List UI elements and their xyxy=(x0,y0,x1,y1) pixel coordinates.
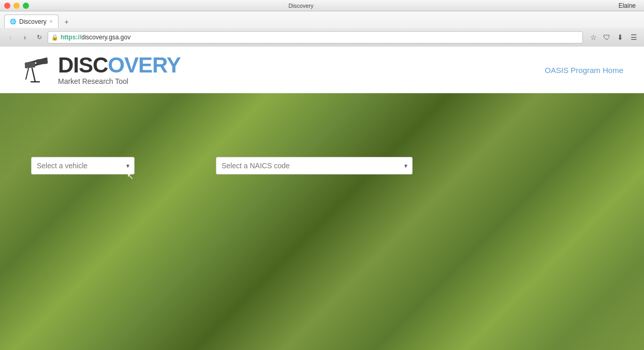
forward-button[interactable]: › xyxy=(19,31,31,43)
mac-titlebar: Discovery Elaine xyxy=(0,0,644,11)
download-button[interactable]: ⬇ xyxy=(614,31,626,43)
logo-disc-part: DISC xyxy=(58,53,108,77)
back-button[interactable]: ‹ xyxy=(4,31,17,43)
naics-select-wrapper: Select a NAICS code ▼ xyxy=(216,157,413,174)
svg-rect-3 xyxy=(36,59,48,65)
telescope-icon xyxy=(21,56,52,84)
site-header: DISCOVERY Market Research Tool OASIS Pro… xyxy=(0,47,644,94)
svg-line-6 xyxy=(26,68,28,79)
mac-title: Discovery xyxy=(0,3,614,9)
logo-subtitle: Market Research Tool xyxy=(58,77,181,85)
address-protocol: https:// xyxy=(61,34,81,41)
background-image xyxy=(0,93,644,350)
page-wrapper: DISCOVERY Market Research Tool OASIS Pro… xyxy=(0,47,644,350)
svg-rect-2 xyxy=(25,62,36,68)
tab-favicon-icon: 🌐 xyxy=(10,19,16,24)
svg-line-4 xyxy=(32,68,35,82)
browser-toolbar-icons: ☆ 🛡 ⬇ ☰ xyxy=(587,31,640,43)
browser-tabs-bar: 🌐 Discovery × + xyxy=(0,11,644,28)
vehicle-select-wrapper: Select a vehicle ▼ ↖ xyxy=(31,157,135,174)
address-domain: discovery.gsa.gov xyxy=(81,34,130,41)
browser-active-tab[interactable]: 🌐 Discovery × xyxy=(4,14,58,28)
naics-select[interactable]: Select a NAICS code xyxy=(216,157,413,174)
vehicle-select[interactable]: Select a vehicle xyxy=(31,157,135,174)
oasis-program-home-link[interactable]: OASIS Program Home xyxy=(545,66,623,75)
address-url: https://discovery.gsa.gov xyxy=(61,34,579,41)
tab-title-label: Discovery xyxy=(19,18,47,25)
tab-close-button[interactable]: × xyxy=(50,19,53,24)
logo-container: DISCOVERY Market Research Tool xyxy=(21,54,181,85)
logo-title: DISCOVERY xyxy=(58,54,181,76)
mac-user-label: Elaine xyxy=(614,2,640,9)
extensions-button[interactable]: 🛡 xyxy=(601,31,613,43)
browser-chrome: 🌐 Discovery × + ‹ › ↻ 🔒 https://discover… xyxy=(0,11,644,47)
refresh-button[interactable]: ↻ xyxy=(33,31,46,43)
logo-overy-part: OVERY xyxy=(108,53,180,77)
new-tab-button[interactable]: + xyxy=(61,16,73,28)
bookmark-button[interactable]: ☆ xyxy=(587,31,599,43)
browser-toolbar: ‹ › ↻ 🔒 https://discovery.gsa.gov ☆ 🛡 ⬇ … xyxy=(0,28,644,47)
logo-text: DISCOVERY Market Research Tool xyxy=(58,54,181,85)
address-bar[interactable]: 🔒 https://discovery.gsa.gov xyxy=(48,31,583,43)
menu-button[interactable]: ☰ xyxy=(627,31,640,43)
https-lock-icon: 🔒 xyxy=(51,34,58,41)
